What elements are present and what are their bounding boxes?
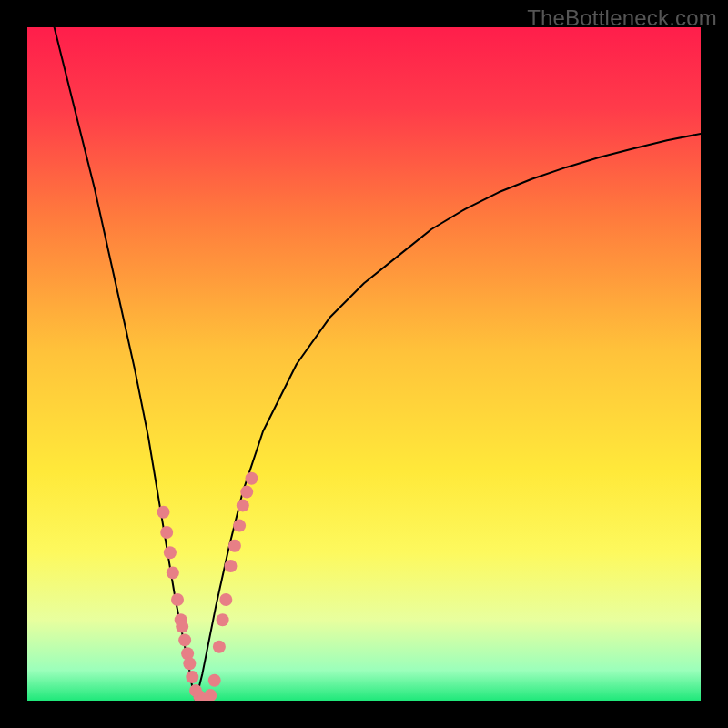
- marker-right-markers: [237, 499, 249, 511]
- marker-right-markers: [219, 593, 232, 606]
- marker-right-markers: [224, 560, 237, 572]
- curve-right-branch: [196, 134, 701, 701]
- marker-right-markers: [245, 472, 258, 485]
- marker-left-markers: [176, 621, 188, 633]
- marker-left-markers: [186, 671, 198, 683]
- marker-right-markers: [233, 520, 246, 532]
- marker-right-markers: [240, 486, 253, 499]
- marker-right-markers: [208, 674, 221, 687]
- marker-left-markers: [160, 526, 173, 539]
- marker-right-markers: [228, 540, 241, 552]
- marker-right-markers: [217, 613, 229, 626]
- chart-curves: [27, 27, 701, 701]
- marker-left-markers: [171, 593, 184, 606]
- watermark-text: TheBottleneck.com: [527, 5, 717, 31]
- marker-left-markers: [183, 657, 196, 670]
- marker-left-markers: [178, 633, 191, 646]
- marker-left-markers: [157, 506, 169, 519]
- marker-left-markers: [164, 546, 177, 559]
- marker-right-markers: [213, 641, 226, 653]
- chart-frame: TheBottleneck.com: [0, 0, 728, 728]
- marker-right-markers: [204, 689, 217, 701]
- marker-left-markers: [167, 566, 179, 579]
- plot-area: [27, 27, 701, 701]
